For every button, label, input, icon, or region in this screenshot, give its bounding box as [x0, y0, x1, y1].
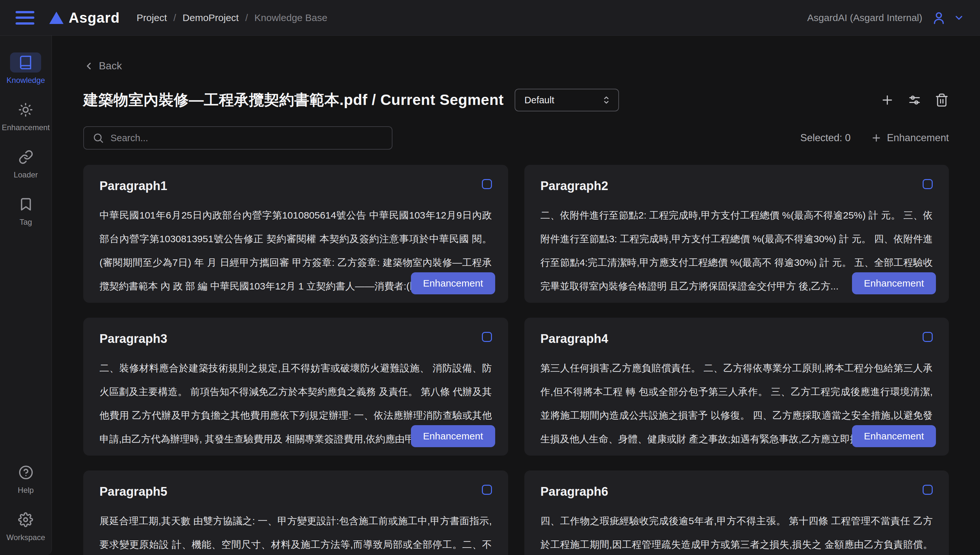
card-title: Paragraph4: [541, 332, 933, 346]
segment-card-paragraph5: Paragraph5 展延合理工期,其天數 由雙方協議之: 一、甲方變更設計:包…: [83, 470, 508, 555]
search-box: [83, 126, 393, 149]
book-icon: [18, 55, 33, 70]
help-circle-icon: [18, 465, 34, 480]
card-checkbox[interactable]: [482, 179, 492, 189]
breadcrumb-separator: /: [174, 12, 176, 23]
sidebar-item-label: Help: [18, 486, 34, 495]
segment-card-paragraph4: Paragraph4 第三人任何損害,乙方應負賠償責任。 二、乙方得依專業分工原…: [525, 318, 949, 456]
card-title: Paragraph2: [541, 179, 933, 193]
chevron-left-icon: [83, 61, 94, 72]
add-segment-button[interactable]: [880, 93, 895, 107]
gear-icon: [18, 512, 33, 527]
breadcrumb-demoproject[interactable]: DemoProject: [182, 12, 238, 23]
user-icon[interactable]: [932, 10, 946, 25]
card-title: Paragraph3: [100, 332, 492, 346]
sidebar: Knowledge Enhancement Loader Tag: [0, 35, 52, 555]
back-button[interactable]: Back: [83, 60, 122, 72]
select-updown-icon: [602, 95, 611, 106]
main-content: Back 建築物室內裝修—工程承攬契約書範本.pdf / Current Seg…: [52, 35, 980, 555]
add-enhancement-label: Enhancement: [887, 132, 949, 144]
page-title: 建築物室內裝修—工程承攬契約書範本.pdf / Current Segment: [83, 90, 504, 110]
sidebar-item-loader[interactable]: Loader: [10, 147, 42, 180]
navbar-right: AsgardAI (Asgard Internal): [807, 10, 964, 25]
sidebar-item-tag[interactable]: Tag: [10, 194, 42, 227]
card-checkbox[interactable]: [482, 332, 492, 342]
add-enhancement-button[interactable]: Enhancement: [871, 132, 949, 144]
sliders-filter-button[interactable]: [908, 93, 922, 107]
link-icon: [18, 149, 34, 165]
sidebar-item-label: Tag: [19, 218, 32, 227]
sidebar-item-label: Workspace: [6, 533, 45, 542]
breadcrumb: Project / DemoProject / Knowledge Base: [137, 12, 328, 23]
card-checkbox[interactable]: [923, 485, 933, 495]
card-title: Paragraph6: [541, 485, 933, 499]
sidebar-item-enhancement[interactable]: Enhancement: [2, 100, 50, 132]
enhancement-button[interactable]: Enhancement: [852, 425, 936, 447]
brand-logo[interactable]: Asgard: [49, 10, 120, 26]
card-title: Paragraph5: [100, 485, 492, 499]
segment-card-paragraph2: Paragraph2 二、依附件進行至節點2: 工程完成時,甲方支付工程總價 %…: [525, 165, 949, 303]
enhancement-button[interactable]: Enhancement: [852, 272, 936, 294]
app-window: Asgard Project / DemoProject / Knowledge…: [0, 0, 980, 555]
back-label: Back: [99, 60, 122, 72]
sidebar-item-label: Knowledge: [6, 76, 45, 85]
search-icon: [92, 132, 104, 144]
breadcrumb-separator: /: [245, 12, 248, 23]
card-text: 展延合理工期,其天數 由雙方協議之: 一、甲方變更設計:包含施工前或施工中,甲方…: [100, 509, 492, 555]
chevron-down-icon[interactable]: [953, 12, 964, 23]
card-text: 四、工作物之瑕疵經驗收完成後逾5年者,甲方不得主張。 第十四條 工程管理不當責任…: [541, 509, 933, 555]
logo-triangle-icon: [49, 12, 64, 24]
selected-count: Selected: 0: [800, 132, 851, 144]
card-checkbox[interactable]: [923, 332, 933, 342]
card-checkbox[interactable]: [923, 179, 933, 189]
search-input[interactable]: [111, 133, 383, 143]
segment-cards-grid: Paragraph1 中華民國101年6月25日內政部台內營字第10108056…: [83, 165, 949, 555]
segment-card-paragraph1: Paragraph1 中華民國101年6月25日內政部台內營字第10108056…: [83, 165, 508, 303]
sidebar-item-workspace[interactable]: Workspace: [6, 510, 45, 542]
sidebar-item-help[interactable]: Help: [10, 462, 42, 495]
card-title: Paragraph1: [100, 179, 492, 193]
bookmark-icon: [18, 197, 34, 212]
segment-select[interactable]: Default: [515, 89, 619, 111]
sun-icon: [18, 102, 33, 117]
breadcrumb-knowledge-base: Knowledge Base: [254, 12, 327, 23]
top-navbar: Asgard Project / DemoProject / Knowledge…: [0, 0, 980, 35]
hamburger-menu-icon[interactable]: [16, 11, 34, 25]
segment-card-paragraph6: Paragraph6 四、工作物之瑕疵經驗收完成後逾5年者,甲方不得主張。 第十…: [525, 470, 949, 555]
segment-card-paragraph3: Paragraph3 二、裝修材料應合於建築技術規則之規定,且不得妨害或破壞防火…: [83, 318, 508, 456]
enhancement-button[interactable]: Enhancement: [411, 272, 495, 294]
sidebar-item-label: Loader: [14, 170, 38, 180]
enhancement-button[interactable]: Enhancement: [411, 425, 495, 447]
sidebar-item-knowledge[interactable]: Knowledge: [6, 53, 45, 85]
brand-name: Asgard: [69, 10, 120, 26]
trash-button[interactable]: [935, 93, 949, 107]
sidebar-item-label: Enhancement: [2, 123, 50, 132]
plus-icon: [871, 132, 882, 143]
segment-select-value: Default: [525, 95, 602, 106]
card-checkbox[interactable]: [482, 485, 492, 495]
breadcrumb-project[interactable]: Project: [137, 12, 167, 23]
account-name: AsgardAI (Asgard Internal): [807, 12, 922, 23]
